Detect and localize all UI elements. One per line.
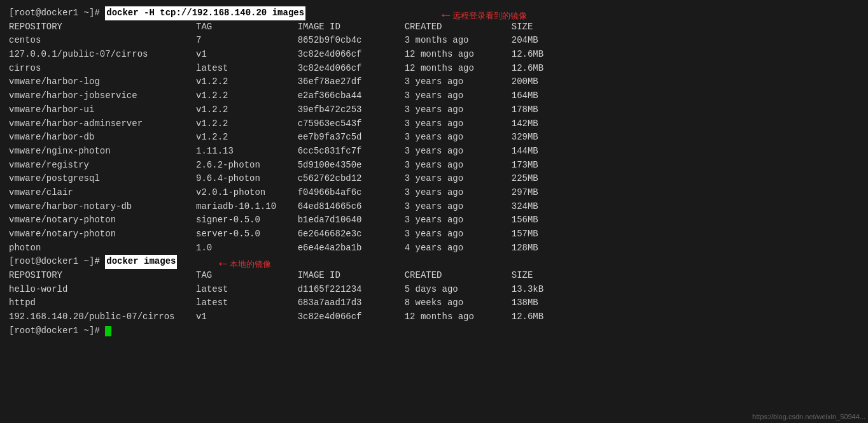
table-row: vmware/harbor-jobservice v1.2.2 e2af366c… [9, 89, 859, 103]
command-1-text: docker -H tcp://192.168.140.20 images [105, 6, 305, 20]
cursor [105, 326, 111, 336]
watermark: https://blog.csdn.net/weixin_50944... [752, 413, 865, 420]
table-row: httpd latest 683a7aad17d3 8 weeks ago 13… [9, 296, 859, 310]
table-row: 192.168.140.20/public-07/cirros v1 3c82e… [9, 310, 859, 324]
local-image-rows: hello-world latest d1165f221234 5 days a… [9, 283, 859, 324]
table-row: cirros latest 3c82e4d066cf 12 months ago… [9, 62, 859, 76]
table-row: vmware/nginx-photon 1.11.13 6cc5c831fc7f… [9, 145, 859, 159]
command-line-1: [root@docker1 ~]# docker -H tcp://192.16… [9, 6, 859, 20]
table-row: vmware/harbor-adminserver v1.2.2 c75963e… [9, 117, 859, 131]
prompt-1: [root@docker1 ~]# [9, 6, 105, 20]
table-row: vmware/harbor-ui v1.2.2 39efb472c253 3 y… [9, 103, 859, 117]
table-row: vmware/notary-photon signer-0.5.0 b1eda7… [9, 213, 859, 227]
remote-image-rows: centos 7 8652b9f0cb4c 3 months ago 204MB… [9, 34, 859, 255]
table-row: vmware/harbor-notary-db mariadb-10.1.10 … [9, 200, 859, 214]
table-row: vmware/registry 2.6.2-photon 5d9100e4350… [9, 159, 859, 173]
terminal: [root@docker1 ~]# docker -H tcp://192.16… [0, 0, 868, 423]
table-row: vmware/harbor-log v1.2.2 36ef78ae27df 3 … [9, 75, 859, 89]
final-prompt-line: [root@docker1 ~]# [9, 324, 859, 338]
col-header-1: REPOSITORY TAG IMAGE ID CREATED SIZE [9, 20, 533, 34]
prompt-2: [root@docker1 ~]# [9, 255, 105, 269]
table-row: hello-world latest d1165f221234 5 days a… [9, 283, 859, 297]
col-header-2: REPOSITORY TAG IMAGE ID CREATED SIZE [9, 269, 533, 283]
header-row-1: REPOSITORY TAG IMAGE ID CREATED SIZE [9, 20, 859, 34]
table-row: photon 1.0 e6e4e4a2ba1b 4 years ago 128M… [9, 241, 859, 255]
table-row: vmware/harbor-db v1.2.2 ee7b9fa37c5d 3 y… [9, 131, 859, 145]
command-line-2: [root@docker1 ~]# docker images ← 本地的镜像 [9, 255, 859, 269]
table-row: centos 7 8652b9f0cb4c 3 months ago 204MB [9, 34, 859, 48]
prompt-3: [root@docker1 ~]# [9, 324, 105, 338]
header-row-2: REPOSITORY TAG IMAGE ID CREATED SIZE [9, 269, 859, 283]
command-2-text: docker images [105, 255, 177, 269]
table-row: 127.0.0.1/public-07/cirros v1 3c82e4d066… [9, 48, 859, 62]
table-row: vmware/postgresql 9.6.4-photon c562762cb… [9, 172, 859, 186]
table-row: vmware/clair v2.0.1-photon f04966b4af6c … [9, 186, 859, 200]
table-row: vmware/notary-photon server-0.5.0 6e2646… [9, 227, 859, 241]
